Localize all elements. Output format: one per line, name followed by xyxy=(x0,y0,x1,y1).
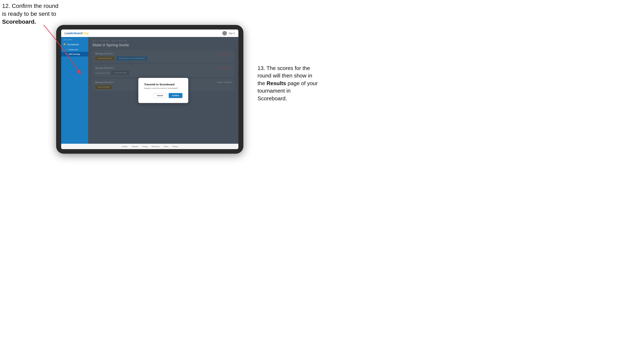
footer-product[interactable]: Product xyxy=(122,146,128,148)
sidebar: MAIN MENU 🏆 Tournaments + Create New ✎ E… xyxy=(61,37,88,144)
app-logo: LeaderboardKing xyxy=(64,31,88,35)
confirm-button[interactable]: Confirm xyxy=(169,93,183,98)
signin-button[interactable]: Sign In xyxy=(228,32,235,34)
footer-privacy[interactable]: Privacy xyxy=(172,146,178,148)
footer: Product Features Pricing Resources Terms… xyxy=(61,144,238,149)
top-nav-right: Sign In xyxy=(222,31,235,35)
footer-features[interactable]: Features xyxy=(132,146,138,148)
sidebar-create-new[interactable]: + Create New xyxy=(61,47,88,52)
sidebar-item-tournaments[interactable]: 🏆 Tournaments xyxy=(61,42,88,47)
edit-icon: ✎ xyxy=(66,53,68,55)
modal-title: Transmit to Scoreboard xyxy=(144,83,182,86)
annotation-right: 13. The scores for the round will then s… xyxy=(258,64,320,102)
logo-area: LeaderboardKing xyxy=(64,31,88,35)
main-content: Home > Tournaments > State U Spring Invi… xyxy=(88,37,238,144)
results-bold: Results xyxy=(266,80,286,86)
modal-subtitle: Ready to send this round to Scoreboard? xyxy=(144,87,182,89)
top-nav: LeaderboardKing Sign In xyxy=(61,29,238,37)
annotation-top: 12. Confirm the roundis ready to be sent… xyxy=(2,2,58,25)
tournaments-label: Tournaments xyxy=(67,43,79,46)
user-avatar xyxy=(222,31,227,35)
footer-pricing[interactable]: Pricing xyxy=(142,146,147,148)
footer-terms[interactable]: Terms xyxy=(164,146,168,148)
modal-overlay: Transmit to Scoreboard Ready to send thi… xyxy=(88,37,238,144)
sidebar-edit-existing[interactable]: ✎ Edit Existing xyxy=(61,52,88,56)
tablet-device: LeaderboardKing Sign In MAIN MENU 🏆 Tour… xyxy=(56,25,243,154)
cancel-button[interactable]: Cancel xyxy=(153,93,166,98)
step-number: 12. xyxy=(2,3,10,9)
footer-resources[interactable]: Resources xyxy=(152,146,160,148)
create-new-label: Create New xyxy=(68,49,78,51)
trophy-icon: 🏆 xyxy=(63,43,66,46)
tablet-screen: LeaderboardKing Sign In MAIN MENU 🏆 Tour… xyxy=(61,29,238,149)
main-menu-label: MAIN MENU xyxy=(61,39,88,42)
transmit-modal: Transmit to Scoreboard Ready to send thi… xyxy=(138,78,188,103)
app-body: MAIN MENU 🏆 Tournaments + Create New ✎ E… xyxy=(61,37,238,144)
scoreboard-bold: Scoreboard. xyxy=(2,18,36,25)
edit-existing-label: Edit Existing xyxy=(69,53,80,55)
plus-icon: + xyxy=(66,49,67,51)
modal-actions: Cancel Confirm xyxy=(144,93,182,98)
